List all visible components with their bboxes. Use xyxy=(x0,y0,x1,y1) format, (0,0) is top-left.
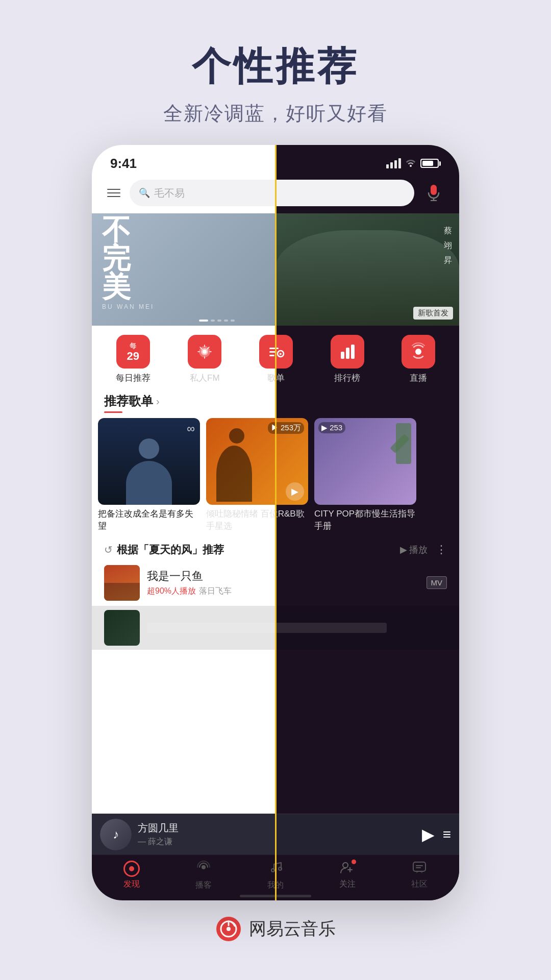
song1-mv-badge[interactable]: MV xyxy=(427,576,447,589)
mini-list-button[interactable]: ≡ xyxy=(443,826,451,843)
nav-label-podcasts: 播客 xyxy=(195,880,212,891)
search-placeholder: 毛不易 xyxy=(154,186,185,200)
split-divider xyxy=(275,145,277,900)
podcasts-icon xyxy=(196,860,211,878)
section-title-text: 推荐歌单 xyxy=(104,393,153,409)
playlist-card-2[interactable]: ▶ 253万 ▶ 倾吐隐秘情绪 百位R&B歌手星选 xyxy=(206,418,308,532)
nav-label-discover: 发现 xyxy=(123,879,140,890)
quick-label-fm: 私人FM xyxy=(190,372,220,384)
card2-count: ▶ 253万 xyxy=(268,422,304,434)
svg-rect-18 xyxy=(413,862,425,871)
svg-rect-8 xyxy=(341,352,344,359)
card1-name: 把备注改成全名是有多失望 xyxy=(98,508,200,532)
playlist-card-3[interactable]: ▶ 253 CITY POP都市慢生活指导手册 xyxy=(314,418,416,532)
quick-item-live[interactable]: 直播 xyxy=(402,335,435,384)
svg-rect-10 xyxy=(351,345,355,359)
svg-point-3 xyxy=(203,350,207,354)
refresh-icon: ↺ xyxy=(104,544,113,556)
page-container: 个性推荐 全新冷调蓝，好听又好看 9:41 xyxy=(0,0,551,980)
mini-song-title: 方圆几里 xyxy=(138,821,416,835)
community-icon xyxy=(412,861,427,877)
more-icon[interactable]: ⋮ xyxy=(436,543,447,556)
battery-icon xyxy=(420,159,441,168)
quick-item-fm[interactable]: 私人FM xyxy=(188,335,221,384)
card2-name: 倾吐隐秘情绪 百位R&B歌手星选 xyxy=(206,508,308,532)
nav-label-community: 社区 xyxy=(411,879,428,890)
nav-label-follow: 关注 xyxy=(339,879,356,890)
brand-logo xyxy=(215,916,242,942)
mini-play-button[interactable]: ▶ xyxy=(422,825,435,844)
nav-community[interactable]: 社区 xyxy=(396,861,442,890)
song1-hot: 超90%人播放 xyxy=(147,586,196,597)
mini-song-info: 方圆几里 — 薛之谦 xyxy=(138,821,416,847)
song1-title: 我是一只鱼 xyxy=(147,569,419,584)
status-icons xyxy=(386,158,441,169)
card1-loop-icon: ∞ xyxy=(187,422,195,435)
mic-button[interactable] xyxy=(420,180,447,206)
search-icon: 🔍 xyxy=(139,187,150,199)
brand-name: 网易云音乐 xyxy=(249,917,336,941)
banner-singer: 蔡翊昇 xyxy=(444,224,452,267)
quick-item-charts[interactable]: 排行榜 xyxy=(331,335,364,384)
song1-info: 我是一只鱼 超90%人播放 落日飞车 xyxy=(147,569,419,597)
quick-label-live: 直播 xyxy=(410,372,427,384)
svg-point-15 xyxy=(343,863,348,868)
play-all-btn[interactable]: ▶ 播放 xyxy=(400,544,428,556)
mini-avatar: ♪ xyxy=(100,819,132,850)
playlist-card-1[interactable]: ∞ 把备注改成全名是有多失望 xyxy=(98,418,200,532)
quick-item-daily[interactable]: 每 29 每日推荐 xyxy=(116,335,151,384)
section-title-arrow: › xyxy=(156,396,160,407)
banner-left: 不完美 BU WAN MEI xyxy=(92,213,276,326)
svg-rect-4 xyxy=(269,348,279,349)
card2-play: ▶ xyxy=(286,482,304,501)
svg-point-23 xyxy=(227,927,231,931)
svg-point-12 xyxy=(202,865,206,869)
based-on-label: 根据「夏天的风」推荐 xyxy=(117,543,396,557)
svg-rect-6 xyxy=(269,355,274,356)
banner-title-cn: 不完美 xyxy=(102,215,265,301)
brand-footer: 网易云音乐 xyxy=(215,916,336,942)
card3-count: ▶ 253 xyxy=(318,422,345,433)
svg-rect-9 xyxy=(346,348,349,359)
page-subtitle: 全新冷调蓝，好听又好看 xyxy=(163,101,388,127)
nav-discover[interactable]: 发现 xyxy=(109,861,155,890)
time-display: 9:41 xyxy=(110,156,137,172)
follow-icon-wrap xyxy=(340,861,355,877)
svg-point-11 xyxy=(415,349,421,355)
phone-mockup: 9:41 xyxy=(92,145,459,900)
banner-pinyin: BU WAN MEI xyxy=(102,303,265,310)
new-song-badge: 新歌首发 xyxy=(413,307,453,320)
follow-red-dot xyxy=(352,860,356,864)
wifi-icon xyxy=(405,158,416,169)
mini-controls: ▶ ≡ xyxy=(422,825,451,844)
card3-name: CITY POP都市慢生活指导手册 xyxy=(314,508,416,532)
page-title: 个性推荐 xyxy=(163,41,388,93)
page-header: 个性推荐 全新冷调蓝，好听又好看 xyxy=(163,41,388,127)
discover-icon xyxy=(123,861,140,877)
svg-rect-0 xyxy=(431,185,437,195)
nav-podcasts[interactable]: 播客 xyxy=(181,860,227,891)
search-bar[interactable]: 🔍 毛不易 xyxy=(130,180,414,206)
quick-label-charts: 排行榜 xyxy=(334,372,360,384)
svg-point-14 xyxy=(279,867,282,870)
banner-dots xyxy=(199,320,235,322)
song1-artist: 落日飞车 xyxy=(199,586,232,597)
signal-icon xyxy=(386,158,401,168)
song2-thumb xyxy=(104,610,140,646)
song2-info xyxy=(147,623,447,633)
menu-button[interactable] xyxy=(104,184,123,202)
nav-follow[interactable]: 关注 xyxy=(324,861,370,890)
svg-point-13 xyxy=(271,869,274,872)
banner-right: 蔡翊昇 新歌首发 xyxy=(276,213,459,326)
song1-thumb xyxy=(104,565,140,601)
quick-label-daily: 每日推荐 xyxy=(116,372,151,384)
mini-song-artist: — 薛之谦 xyxy=(138,837,416,847)
